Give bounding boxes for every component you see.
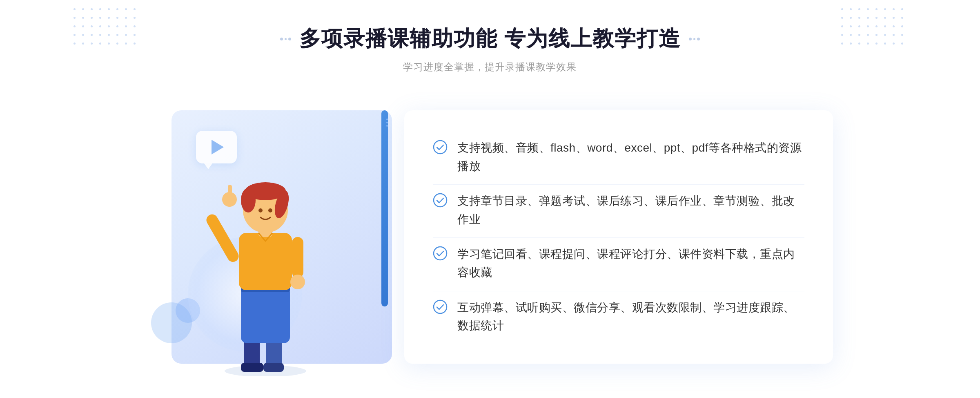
feature-text-2: 支持章节目录、弹题考试、课后练习、课后作业、章节测验、批改作业	[457, 192, 804, 229]
sparkle-decoration	[386, 119, 388, 127]
svg-point-22	[434, 247, 447, 260]
feature-item-3: 学习笔记回看、课程提问、课程评论打分、课件资料下载，重点内容收藏	[433, 237, 804, 289]
check-icon-4	[433, 300, 448, 314]
content-area: 支持视频、音频、flash、word、excel、ppt、pdf等各种格式的资源…	[147, 98, 833, 376]
blue-bar	[381, 110, 388, 306]
page-container: » 多项录播课辅助功能 专为线上教学打造 学习进度全掌握，提升录播课教学效果	[0, 0, 980, 398]
person-illustration	[200, 139, 331, 376]
check-icon-2	[433, 193, 448, 208]
page-title: 多项录播课辅助功能 专为线上教学打造	[299, 25, 681, 53]
feature-text-3: 学习笔记回看、课程提问、课程评论打分、课件资料下载，重点内容收藏	[457, 245, 804, 282]
svg-point-21	[434, 194, 447, 207]
illustration-area	[147, 98, 412, 376]
features-card: 支持视频、音频、flash、word、excel、ppt、pdf等各种格式的资源…	[404, 110, 833, 364]
feature-item-1: 支持视频、音频、flash、word、excel、ppt、pdf等各种格式的资源…	[433, 132, 804, 183]
header-section: 多项录播课辅助功能 专为线上教学打造 学习进度全掌握，提升录播课教学效果	[280, 25, 700, 74]
title-decorator-left	[280, 38, 291, 40]
svg-point-16	[241, 188, 256, 212]
dots-decoration-right	[841, 8, 906, 48]
page-subtitle: 学习进度全掌握，提升录播课教学效果	[280, 60, 700, 74]
svg-point-19	[268, 208, 272, 212]
svg-point-18	[258, 208, 263, 212]
check-icon-3	[433, 246, 448, 261]
svg-rect-8	[204, 212, 241, 264]
check-icon-1	[433, 140, 448, 154]
svg-point-23	[434, 300, 447, 313]
title-decorator-right	[689, 38, 700, 40]
feature-text-4: 互动弹幕、试听购买、微信分享、观看次数限制、学习进度跟踪、数据统计	[457, 299, 804, 335]
title-row: 多项录播课辅助功能 专为线上教学打造	[280, 25, 700, 53]
svg-rect-10	[228, 185, 232, 201]
dots-decoration-left	[74, 8, 139, 48]
svg-point-12	[290, 275, 305, 289]
feature-item-4: 互动弹幕、试听购买、微信分享、观看次数限制、学习进度跟踪、数据统计	[433, 291, 804, 343]
svg-point-20	[434, 141, 447, 154]
svg-rect-5	[241, 286, 290, 343]
feature-item-2: 支持章节目录、弹题考试、课后练习、课后作业、章节测验、批改作业	[433, 184, 804, 236]
svg-rect-11	[292, 237, 303, 278]
svg-rect-2	[241, 363, 263, 372]
feature-text-1: 支持视频、音频、flash、word、excel、ppt、pdf等各种格式的资源…	[457, 139, 804, 176]
svg-rect-4	[263, 363, 284, 372]
figure-container	[200, 139, 331, 376]
